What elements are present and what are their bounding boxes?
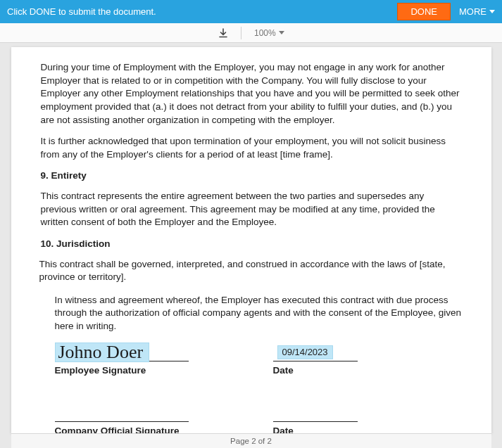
download-icon[interactable] — [218, 28, 228, 38]
done-button[interactable]: DONE — [397, 3, 451, 20]
zoom-dropdown[interactable]: 100% — [254, 28, 284, 38]
company-signature-field[interactable] — [55, 401, 189, 422]
date-label: Date — [273, 425, 462, 433]
signature-value: Johno Doer — [55, 343, 150, 362]
document-toolbar: 100% — [0, 23, 502, 43]
zoom-value: 100% — [254, 28, 276, 38]
toolbar-separator — [241, 27, 241, 39]
signature-row-employee: Johno Doer Employee Signature 09/14/2023… — [41, 340, 462, 378]
employee-signature-field[interactable]: Johno Doer — [55, 340, 189, 361]
employee-date-field[interactable]: 09/14/2023 — [273, 340, 358, 361]
page-indicator: Page 2 of 2 — [230, 437, 272, 445]
paragraph: During your time of Employment with the … — [41, 61, 462, 127]
date-label: Date — [273, 364, 462, 378]
notification-bar: Click DONE to submit the document. DONE … — [0, 0, 502, 23]
instruction-text: Click DONE to submit the document. — [7, 6, 397, 17]
more-label: MORE — [459, 6, 487, 17]
company-date-field[interactable] — [273, 401, 358, 422]
employee-signature-label: Employee Signature — [55, 364, 273, 378]
signature-row-company: Company Official Signature Date — [41, 401, 462, 433]
chevron-down-icon — [279, 31, 284, 34]
paragraph: This contract shall be governed, interpr… — [39, 258, 462, 284]
paragraph: This contract represents the entire agre… — [41, 190, 462, 229]
witness-paragraph: In witness and agreement whereof, the Em… — [41, 294, 462, 333]
page-footer: Page 2 of 2 — [11, 433, 491, 448]
more-menu[interactable]: MORE — [459, 6, 495, 17]
section-heading-entirety: 9. Entirety — [41, 169, 462, 183]
document-viewport: During your time of Employment with the … — [0, 43, 502, 448]
section-heading-jurisdiction: 10. Jurisdiction — [41, 238, 462, 251]
company-signature-label: Company Official Signature — [55, 425, 273, 433]
date-value: 09/14/2023 — [277, 345, 333, 359]
chevron-down-icon — [489, 10, 495, 13]
paragraph: It is further acknowledged that upon ter… — [41, 135, 462, 161]
document-page: During your time of Employment with the … — [11, 47, 491, 433]
